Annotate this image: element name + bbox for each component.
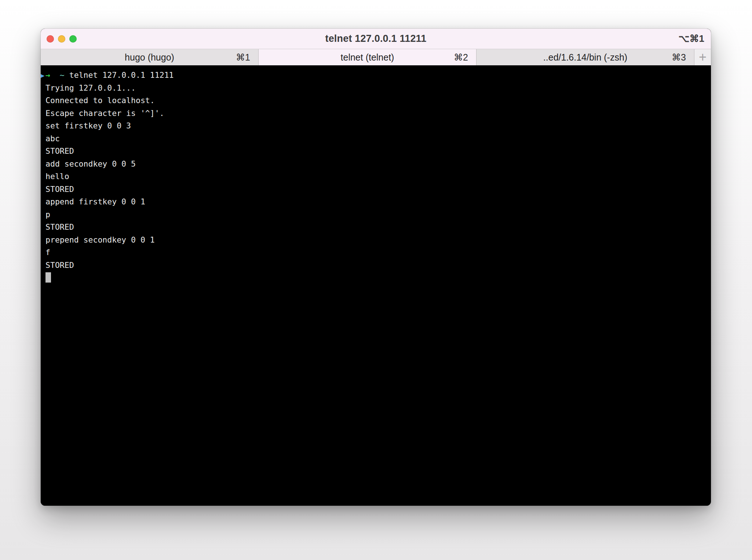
tab-label: telnet (telnet) (341, 52, 394, 63)
close-button[interactable] (47, 35, 54, 43)
new-tab-button[interactable]: + (694, 49, 711, 65)
minimize-button[interactable] (58, 35, 65, 43)
tab-bar: hugo (hugo)⌘1telnet (telnet)⌘2..ed/1.6.1… (41, 49, 711, 65)
terminal-line: p (45, 208, 706, 221)
tab-shortcut: ⌘1 (236, 52, 250, 63)
tab-label: hugo (hugo) (125, 52, 174, 63)
tab-shortcut: ⌘2 (454, 52, 468, 63)
tab-telnet[interactable]: telnet (telnet)⌘2 (259, 49, 477, 65)
titlebar-shortcut: ⌥⌘1 (679, 29, 704, 49)
prompt-command: telnet 127.0.0.1 11211 (69, 70, 174, 80)
terminal-line: append firstkey 0 0 1 (45, 196, 706, 208)
window-titlebar[interactable]: telnet 127.0.0.1 11211 ⌥⌘1 (41, 29, 711, 49)
terminal-prompt-line: ▶→ ~ telnet 127.0.0.1 11211 (45, 69, 706, 82)
tab-label: ..ed/1.6.14/bin (-zsh) (543, 52, 627, 63)
tab-zsh[interactable]: ..ed/1.6.14/bin (-zsh)⌘3 (477, 49, 694, 65)
window-title: telnet 127.0.0.1 11211 (41, 33, 711, 44)
terminal-line: add secondkey 0 0 5 (45, 158, 706, 171)
terminal-screen[interactable]: ▶→ ~ telnet 127.0.0.1 11211Trying 127.0.… (41, 65, 711, 506)
terminal-line: set firstkey 0 0 3 (45, 120, 706, 132)
terminal-line: STORED (45, 183, 706, 196)
terminal-line: abc (45, 132, 706, 145)
traffic-lights (47, 29, 77, 49)
terminal-line: STORED (45, 259, 706, 272)
terminal-line: Trying 127.0.0.1... (45, 82, 706, 95)
terminal-cursor (45, 272, 51, 283)
terminal-line: Escape character is '^]'. (45, 107, 706, 120)
terminal-line: hello (45, 170, 706, 183)
prompt-arrow-icon: → (45, 70, 50, 80)
prompt-marker-icon: ▶ (41, 69, 44, 82)
zoom-button[interactable] (69, 35, 77, 43)
terminal-line: STORED (45, 221, 706, 234)
terminal-line: prepend secondkey 0 0 1 (45, 234, 706, 247)
terminal-window: telnet 127.0.0.1 11211 ⌥⌘1 hugo (hugo)⌘1… (41, 29, 711, 506)
prompt-directory: ~ (60, 70, 65, 80)
tab-shortcut: ⌘3 (672, 52, 686, 63)
terminal-line: Connected to localhost. (45, 94, 706, 107)
terminal-cursor-line (45, 272, 706, 284)
terminal-line: STORED (45, 145, 706, 158)
terminal-line: f (45, 246, 706, 259)
tab-hugo[interactable]: hugo (hugo)⌘1 (41, 49, 259, 65)
